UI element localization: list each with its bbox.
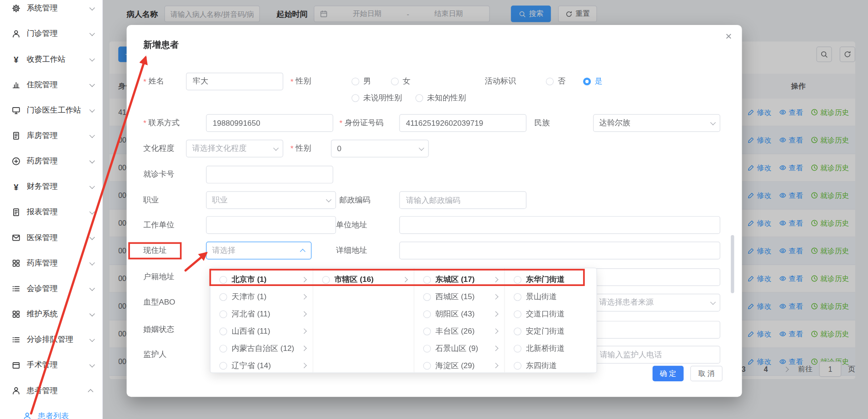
- cascader-option-jingshan[interactable]: 景山街道: [505, 288, 598, 306]
- select-placeholder: 职业: [212, 195, 228, 205]
- cascader-option-andingmen[interactable]: 安定门街道: [505, 323, 598, 340]
- sidebar-item-label: 患者管理: [27, 386, 90, 396]
- required-asterisk: *: [290, 144, 294, 153]
- employer-field-label: 工作单位: [143, 216, 174, 234]
- cascader-option-beijing[interactable]: 北京市 (1): [210, 271, 313, 288]
- cancel-button[interactable]: 取 消: [690, 366, 723, 381]
- sidebar-item-consultation[interactable]: 会诊管理: [0, 276, 102, 301]
- active-radio-no[interactable]: 否: [546, 73, 565, 90]
- sidebar-item-warehouse[interactable]: 库房管理: [0, 123, 102, 148]
- chevron-right-icon: [493, 328, 499, 334]
- cascader-option-beixinqiao[interactable]: 北新桥街道: [505, 340, 598, 357]
- ethnicity-select[interactable]: 达斡尔族: [593, 114, 720, 132]
- chevron-right-icon: [493, 294, 499, 300]
- chevron-down-icon: [90, 132, 95, 138]
- chevron-right-icon: [402, 277, 408, 282]
- cascader-option-shanxi[interactable]: 山西省 (11): [210, 323, 313, 340]
- sidebar-item-patient[interactable]: 患者管理: [0, 378, 102, 404]
- radio-icon: [583, 78, 591, 85]
- name-input[interactable]: [186, 73, 283, 90]
- gender-radio-unstated[interactable]: 未说明性别: [352, 89, 402, 107]
- field-label-text: 姓名: [149, 76, 164, 86]
- current-address-select[interactable]: 请选择: [206, 242, 311, 259]
- contact-input[interactable]: [206, 114, 333, 132]
- sidebar-item-patient-list[interactable]: 患者列表: [0, 404, 102, 419]
- cascader-option-haidian[interactable]: 海淀区 (29): [414, 357, 504, 372]
- sidebar-item-drug-store[interactable]: 药库管理: [0, 251, 102, 276]
- idcard-input[interactable]: [399, 114, 527, 132]
- sidebar-item-label: 药房管理: [27, 156, 90, 166]
- sidebar-item-insurance[interactable]: 医保管理: [0, 225, 102, 251]
- sidebar-item-triage-queue[interactable]: 分诊排队管理: [0, 327, 102, 352]
- cascader-option-shixiaqu[interactable]: 市辖区 (16): [313, 271, 414, 288]
- household-right-input[interactable]: [593, 268, 720, 286]
- employer-input[interactable]: [206, 216, 336, 234]
- cascader-option-dongcheng[interactable]: 东城区 (17): [414, 271, 504, 288]
- sidebar-item-system[interactable]: 系统管理: [0, 0, 102, 21]
- cascader-option-fengtai[interactable]: 丰台区 (26): [414, 323, 504, 340]
- field-label-text: 联系方式: [149, 118, 180, 128]
- radio-icon: [423, 293, 431, 301]
- select-placeholder: 请选择患者来源: [599, 298, 654, 308]
- cascader-option-donghuamen[interactable]: 东华门街道: [505, 271, 598, 288]
- cascader-option-xicheng[interactable]: 西城区 (15): [414, 288, 504, 306]
- box-icon: [11, 360, 21, 370]
- sidebar-item-pharmacy[interactable]: 药房管理: [0, 148, 102, 174]
- cascader-option-label: 河北省 (11): [232, 309, 298, 319]
- sidebar-item-label: 收费工作站: [27, 54, 90, 64]
- cascader-option-shijingshan[interactable]: 石景山区 (9): [414, 340, 504, 357]
- sidebar-item-label: 报表管理: [27, 207, 90, 217]
- card-no-input[interactable]: [206, 166, 333, 183]
- sidebar-item-surgery[interactable]: 手术管理: [0, 352, 102, 378]
- active-radio-yes[interactable]: 是: [583, 73, 603, 90]
- sidebar-item-label: 系统管理: [27, 3, 90, 13]
- gender-radio-male[interactable]: 男: [352, 73, 371, 90]
- ethnicity-field-label: 民族: [534, 114, 550, 132]
- field-label-text: 详细地址: [336, 246, 367, 256]
- sidebar-item-finance[interactable]: 财务管理: [0, 174, 102, 199]
- sidebar-item-charging[interactable]: 收费工作站: [0, 47, 102, 72]
- sidebar-item-outpatient[interactable]: 门诊管理: [0, 21, 102, 46]
- gender2-field-label: *性别: [290, 140, 311, 158]
- gender-radio-unknown[interactable]: 未知的性别: [415, 89, 466, 107]
- detail-address-field-label: 详细地址: [336, 242, 367, 259]
- gender-radio-female[interactable]: 女: [391, 73, 410, 90]
- cascader-option-dongsi[interactable]: 东四街道: [505, 357, 598, 372]
- postcode-field-label: 邮政编码: [339, 191, 370, 209]
- marital-right-input[interactable]: [593, 321, 720, 339]
- detail-address-input[interactable]: [399, 242, 720, 259]
- field-label-text: 单位地址: [336, 220, 367, 230]
- sidebar-item-outpatient-doctor[interactable]: 门诊医生工作站: [0, 98, 102, 123]
- chevron-down-icon: [90, 234, 95, 240]
- grid-icon: [11, 258, 21, 268]
- patient-source-select[interactable]: 请选择患者来源: [593, 294, 720, 311]
- cascader-option-hebei[interactable]: 河北省 (11): [210, 306, 313, 323]
- gender2-select[interactable]: 0: [331, 140, 429, 158]
- education-select[interactable]: 请选择文化程度: [186, 140, 283, 158]
- cascader-option-neimenggu[interactable]: 内蒙古自治区 (12): [210, 340, 313, 357]
- active-flag-label: 活动标识: [485, 73, 516, 90]
- close-icon[interactable]: ×: [725, 30, 732, 41]
- sidebar-item-inpatient[interactable]: 住院管理: [0, 72, 102, 98]
- chevron-right-icon: [493, 345, 499, 351]
- occupation-select[interactable]: 职业: [206, 191, 336, 209]
- radio-icon: [219, 310, 227, 318]
- cascader-city-column: 市辖区 (16): [313, 268, 414, 373]
- cascader-option-jiaodaokou[interactable]: 交道口街道: [505, 306, 598, 323]
- radio-icon: [546, 78, 554, 85]
- cascader-option-tianjin[interactable]: 天津市 (1): [210, 288, 313, 306]
- cascader-option-chaoyang[interactable]: 朝阳区 (43): [414, 306, 504, 323]
- cascader-option-liaoning[interactable]: 辽宁省 (14): [210, 357, 313, 372]
- confirm-button[interactable]: 确 定: [653, 366, 683, 381]
- modal-scrollbar[interactable]: [731, 235, 734, 293]
- field-label-text: 户籍地址: [143, 272, 174, 282]
- sidebar: 系统管理 门诊管理 收费工作站 住院管理 门诊医生工作站 库房管理 药房管理 财…: [0, 0, 103, 419]
- radio-icon: [514, 327, 521, 335]
- guardian-phone-input[interactable]: [593, 346, 720, 364]
- employer-address-input[interactable]: [399, 216, 720, 234]
- postcode-input[interactable]: [399, 191, 527, 209]
- sidebar-item-reports[interactable]: 报表管理: [0, 200, 102, 225]
- chevron-down-icon: [326, 197, 331, 202]
- cascader-option-label: 景山街道: [526, 292, 591, 302]
- sidebar-item-maintenance[interactable]: 维护系统: [0, 301, 102, 327]
